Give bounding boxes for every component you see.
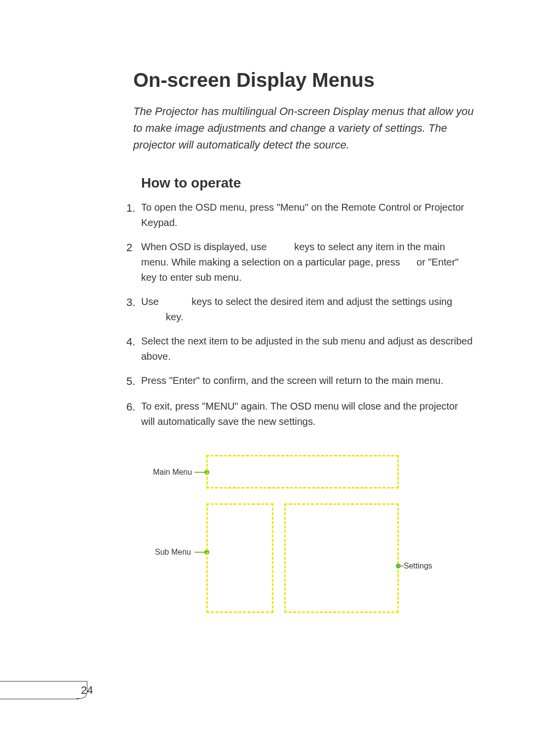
step-text: To open the OSD menu, press "Menu" on th… bbox=[141, 200, 474, 230]
sub-menu-box bbox=[206, 503, 273, 613]
step-text: To exit, press "MENU" again. The OSD men… bbox=[141, 399, 474, 429]
main-menu-box bbox=[206, 455, 399, 489]
page-footer: 24 bbox=[0, 681, 99, 701]
step-text: When OSD is displayed, use keys to selec… bbox=[141, 239, 474, 285]
connector-line bbox=[194, 472, 204, 473]
page-content: On-screen Display Menus The Projector ha… bbox=[0, 0, 533, 623]
step-text: Press "Enter" to confirm, and the screen… bbox=[141, 373, 474, 390]
step-text: Select the next item to be adjusted in t… bbox=[141, 334, 474, 364]
step-number: 2 bbox=[126, 239, 141, 285]
page-number: 24 bbox=[81, 684, 93, 697]
settings-label: Settings bbox=[404, 562, 432, 570]
step-item: 2 When OSD is displayed, use keys to sel… bbox=[126, 239, 474, 285]
step-number: 4. bbox=[126, 334, 141, 364]
footer-decoration bbox=[0, 681, 79, 681]
connector-line bbox=[399, 566, 404, 567]
menu-diagram: Main Menu Sub Menu Settings bbox=[147, 455, 423, 623]
step-number: 6. bbox=[126, 399, 141, 429]
page-title: On-screen Display Menus bbox=[133, 69, 474, 91]
main-menu-label: Main Menu bbox=[153, 468, 192, 477]
step-item: 5. Press "Enter" to confirm, and the scr… bbox=[126, 373, 474, 390]
step-item: 3. Use keys to select the desired item a… bbox=[126, 294, 474, 325]
intro-paragraph: The Projector has multilingual On-screen… bbox=[133, 103, 474, 153]
steps-list: 1. To open the OSD menu, press "Menu" on… bbox=[126, 200, 474, 429]
footer-decoration bbox=[0, 699, 79, 699]
step-text: Use keys to select the desired item and … bbox=[141, 294, 474, 325]
step-item: 4. Select the next item to be adjusted i… bbox=[126, 334, 474, 364]
settings-box bbox=[284, 503, 399, 613]
step-item: 6. To exit, press "MENU" again. The OSD … bbox=[126, 399, 474, 429]
sub-menu-label: Sub Menu bbox=[155, 548, 191, 557]
section-subtitle: How to operate bbox=[141, 175, 474, 191]
step-item: 1. To open the OSD menu, press "Menu" on… bbox=[126, 200, 474, 230]
connector-line bbox=[194, 552, 204, 553]
step-number: 3. bbox=[126, 294, 141, 325]
step-number: 1. bbox=[126, 200, 141, 230]
step-number: 5. bbox=[126, 373, 141, 390]
